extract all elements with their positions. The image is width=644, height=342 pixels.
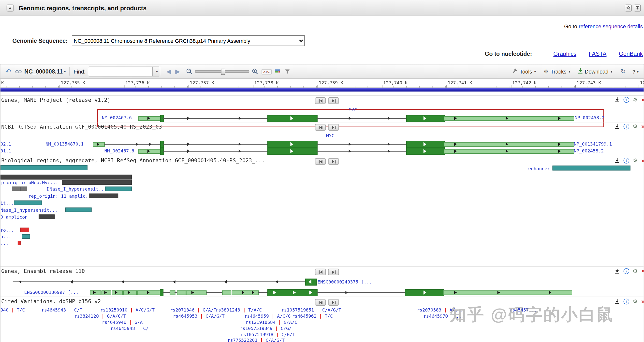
feature-label[interactable]: Nase_I_hypersensit... [0, 208, 58, 213]
download-icon[interactable] [614, 298, 620, 304]
region-bar-dark[interactable] [0, 174, 132, 180]
info-icon[interactable]: i [623, 298, 629, 304]
intron-line[interactable] [316, 144, 406, 144]
intron-line[interactable] [316, 292, 405, 293]
graphics-link[interactable]: Graphics [553, 51, 576, 57]
feature-label[interactable]: MYC [326, 133, 334, 138]
find-input[interactable] [88, 67, 152, 76]
snp-item[interactable]: rs13250910 | A/C/G/T [100, 307, 154, 313]
settings-icon[interactable]: ⚙ [632, 298, 638, 304]
overview-bar[interactable] [0, 88, 644, 92]
feature-label[interactable]: 01.1 [0, 148, 11, 154]
exon-utr-box[interactable] [444, 149, 574, 154]
intron-line[interactable] [163, 144, 267, 144]
link-icon[interactable] [15, 69, 22, 74]
track-display-icon[interactable] [275, 69, 280, 74]
help-menu[interactable]: ?▾ [632, 68, 639, 74]
feature-label[interactable]: o... [0, 234, 11, 240]
snp-item[interactable]: rs2071346 | G/A/T [170, 307, 216, 313]
feature-label[interactable]: ... [0, 241, 8, 246]
intron-line[interactable] [163, 151, 267, 152]
info-icon[interactable]: i [623, 157, 629, 164]
feature-label[interactable]: ENSG00000136997 [... [24, 290, 79, 295]
settings-icon[interactable]: ⚙ [632, 123, 638, 129]
collapse-panel-button[interactable] [7, 4, 14, 11]
snp-item[interactable]: rs3824120 | G/A/C/T [74, 314, 126, 319]
intron-line[interactable] [206, 292, 222, 293]
coordinate-ruler[interactable]: K127,735 K127,736 K127,737 K127,738 K127… [0, 80, 644, 88]
pan-right-icon[interactable]: ▶ [175, 68, 180, 75]
next-page-button[interactable] [328, 269, 339, 275]
region-bar-teal[interactable] [105, 186, 132, 191]
exon-utr-box[interactable] [444, 116, 574, 121]
feature-label[interactable]: enhancer [528, 166, 550, 171]
download-icon[interactable] [614, 157, 620, 164]
zoom-out-icon[interactable] [186, 68, 193, 75]
exon-utr-box[interactable] [186, 290, 207, 295]
feature-label[interactable]: 02.1 [0, 141, 11, 147]
snp-item[interactable]: rs4645953 | C/A/G/T [173, 314, 224, 319]
zoom-to-sequence-atg-icon[interactable]: ATG [262, 69, 272, 74]
prev-page-button[interactable] [315, 158, 326, 165]
refresh-icon[interactable]: ↻ [621, 68, 626, 75]
close-icon[interactable]: × [640, 157, 644, 164]
tools-menu[interactable]: Tools ▾ [512, 68, 536, 75]
feature-label[interactable]: NP_002458.2 [574, 148, 604, 154]
region-bar-dark[interactable] [38, 214, 54, 219]
snp-item[interactable]: rs4645970 | ... [424, 314, 464, 319]
close-icon[interactable]: × [640, 298, 644, 304]
feature-label[interactable]: NM_002467.6 [102, 115, 132, 120]
snp-item[interactable]: rs121918684 | G/A/C [246, 320, 297, 325]
feature-label[interactable]: 0 amplicon [0, 214, 28, 220]
next-page-button[interactable] [328, 299, 339, 306]
region-bar-red[interactable] [20, 228, 29, 232]
feature-label[interactable]: MYC [349, 107, 357, 112]
snp-item[interactable]: rs4645943 | C/T [42, 307, 82, 313]
snp-item[interactable]: rs4645959 | A/C/G [244, 314, 290, 319]
intron-line[interactable] [163, 118, 267, 119]
feature-label[interactable]: it... [0, 200, 14, 206]
prev-page-button[interactable] [315, 269, 326, 275]
feature-label[interactable]: p_origin: pNeo.Myc... [1, 180, 58, 186]
find-dropdown-button[interactable]: ▾ [152, 67, 160, 76]
feature-label[interactable]: NM_001354870.1 [46, 141, 84, 147]
snp-item[interactable]: rs3891248 | T/A/C [216, 307, 262, 313]
download-icon[interactable] [614, 123, 620, 129]
info-icon[interactable]: i [623, 97, 629, 103]
exon-utr-box[interactable] [137, 290, 162, 295]
region-bar-teal[interactable] [0, 165, 88, 170]
region-bar-teal[interactable] [22, 234, 30, 238]
intron-line[interactable] [258, 292, 267, 293]
undo-icon[interactable]: ↶ [6, 67, 11, 76]
close-icon[interactable]: × [640, 268, 644, 274]
prev-page-button[interactable] [315, 299, 326, 306]
snp-item[interactable]: rs4645946 | G/A [102, 320, 142, 325]
snp-item[interactable]: rs1057519849 | C/G/T [240, 326, 294, 331]
region-bar-teal[interactable] [14, 200, 42, 205]
download-icon[interactable] [614, 97, 620, 103]
zoom-slider-handle[interactable] [221, 68, 225, 75]
region-bar-teal[interactable] [66, 208, 92, 212]
tracks-menu[interactable]: ⚙ Tracks ▾ [544, 68, 570, 75]
feature-label[interactable]: DNase_I_hypersensit... [47, 186, 106, 192]
scroll-top-button[interactable] [634, 4, 640, 11]
filter-icon[interactable] [285, 69, 290, 74]
region-bar-red[interactable] [18, 241, 21, 245]
settings-icon[interactable]: ⚙ [632, 157, 638, 164]
settings-icon[interactable]: ⚙ [632, 97, 638, 103]
feature-label[interactable]: ENSG00000249375 [... [318, 279, 372, 285]
info-icon[interactable]: i [623, 123, 629, 129]
snp-item[interactable]: rs2070583 | A/... [417, 307, 463, 313]
sequence-id-dropdown[interactable]: NC_000008.11 [24, 68, 63, 75]
next-page-button[interactable] [328, 158, 339, 165]
region-bar-dark[interactable] [89, 194, 118, 198]
pan-left-icon[interactable]: ◀ [166, 68, 171, 75]
intron-line[interactable] [174, 292, 177, 293]
next-page-button[interactable] [328, 97, 339, 104]
exon-utr-box[interactable] [444, 142, 574, 146]
exon-utr-box[interactable] [232, 290, 258, 295]
region-bar-dark[interactable] [62, 180, 132, 185]
settings-icon[interactable]: ⚙ [632, 268, 638, 274]
zoom-slider[interactable] [195, 70, 250, 73]
feature-label[interactable]: rep_origin: 11 amplic... [28, 194, 94, 199]
